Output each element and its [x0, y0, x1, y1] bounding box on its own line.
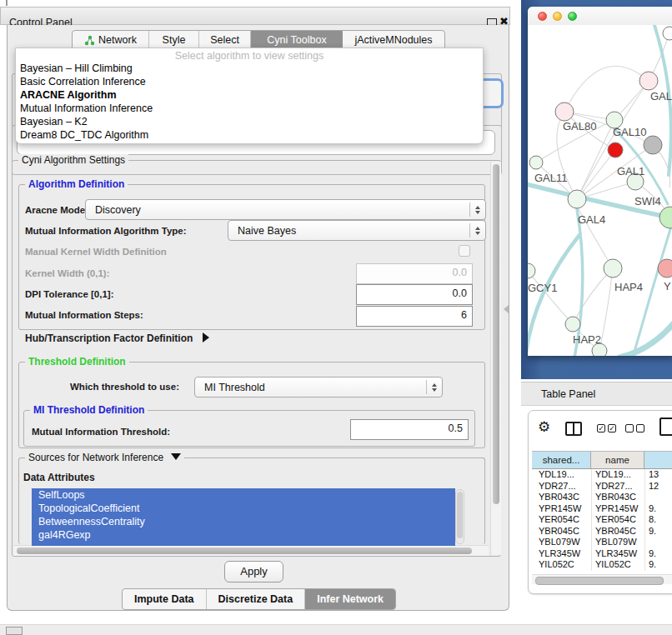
table-row[interactable]: YLR345WYLR345W9. [532, 548, 672, 560]
table-cell[interactable]: YBR045C [539, 526, 598, 538]
tab-discretize-data[interactable]: Discretize Data [207, 589, 306, 609]
scrollbar-thumb[interactable] [17, 548, 472, 554]
algorithm-item[interactable]: Mutual Information Inference [16, 102, 483, 115]
network-node-y[interactable] [658, 259, 672, 278]
table-cell[interactable]: YDL19... [539, 469, 598, 481]
network-node-hap2[interactable] [565, 317, 580, 332]
table-cell[interactable]: YBR043C [539, 492, 598, 503]
kernel-width-label: Kernel Width (0,1): [25, 268, 109, 278]
network-node-gal80[interactable] [555, 102, 574, 121]
table-row[interactable]: YBR043CYBR043C [532, 492, 672, 503]
algorithm-item[interactable]: Bayesian – K2 [16, 115, 483, 128]
column-header-name[interactable]: name [591, 452, 644, 468]
algorithm-dropdown-list: Select algorithm to view settings Bayesi… [15, 48, 484, 144]
table-cell[interactable]: YER054C [595, 514, 649, 526]
table-cell[interactable]: YBL079W [595, 537, 649, 548]
table-row[interactable]: YER054CYER054C8. [532, 514, 672, 526]
mi-algorithm-type-combo[interactable]: Naive Bayes [228, 220, 486, 241]
mi-threshold-input[interactable]: 0.5 [350, 419, 469, 440]
table-cell[interactable]: YPR145W [595, 503, 649, 515]
table-cell[interactable]: YDR27... [595, 481, 649, 492]
attribute-item[interactable]: gal4RGexp [32, 528, 455, 542]
select-all-columns-icon[interactable]: ✓ ✓ [597, 424, 616, 432]
network-node-hap4[interactable] [604, 259, 622, 278]
table-cell[interactable]: YDR27... [539, 481, 598, 492]
scrollbar-thumb[interactable] [535, 577, 664, 585]
attributes-list-scrollbar[interactable] [455, 489, 464, 544]
network-node[interactable] [644, 136, 662, 154]
attribute-item[interactable]: TopologicalCoefficient [32, 502, 455, 515]
table-row[interactable]: YIL052CYIL052C9. [532, 559, 672, 571]
table-cell[interactable]: 9. [649, 548, 672, 560]
network-node-gal[interactable] [639, 72, 658, 90]
collapse-down-icon [171, 453, 181, 460]
table-cell[interactable]: YDL19... [595, 469, 649, 481]
network-canvas[interactable]: GALGAL80GAL10GAL11GAL1GAL4SWI4GCY1HAP4YH… [528, 25, 672, 356]
table-cell[interactable]: 9. [649, 526, 672, 538]
algorithm-item[interactable]: Bayesian – Hill Climbing [16, 62, 483, 75]
minimized-panel-icon[interactable] [6, 627, 23, 635]
table-cell[interactable]: 8. [649, 514, 672, 526]
network-node-gal4[interactable] [568, 190, 586, 208]
mi-threshold-definition-title: MI Threshold Definition [30, 404, 148, 416]
column-header-shared-name[interactable]: shared... [532, 452, 591, 468]
table-cell[interactable]: 12 [649, 481, 672, 492]
table-cell[interactable]: YIL052C [539, 559, 598, 571]
table-cell[interactable]: 9. [649, 559, 672, 571]
table-cell[interactable]: YIL052C [595, 559, 649, 571]
table-cell[interactable]: YPR145W [539, 503, 598, 515]
table-cell[interactable]: 13 [649, 469, 672, 481]
table-cell[interactable] [649, 492, 672, 503]
dpi-tolerance-input[interactable]: 0.0 [356, 284, 473, 305]
table-cell[interactable]: YBR045C [595, 526, 649, 538]
hub-definition-expander[interactable]: Hub/Transcription Factor Definition [25, 332, 209, 344]
table-horizontal-scrollbar[interactable] [532, 574, 672, 584]
table-row[interactable]: YDR27...YDR27...12 [532, 481, 672, 492]
table-cell[interactable]: 9. [649, 503, 672, 515]
scrollbar-thumb[interactable] [457, 492, 463, 538]
aracne-mode-combo[interactable]: Discovery [85, 199, 486, 220]
show-columns-icon[interactable] [565, 422, 582, 436]
network-view-frame: GALGAL80GAL10GAL11GAL1GAL4SWI4GCY1HAP4YH… [521, 0, 672, 379]
attribute-item[interactable]: BetweennessCentrality [32, 515, 455, 528]
sources-group-title[interactable]: Sources for Network Inference [25, 452, 184, 463]
gear-icon[interactable]: ⚙ [538, 418, 550, 436]
table-cell[interactable]: YBL079W [539, 537, 598, 548]
close-traffic-icon[interactable] [538, 12, 547, 21]
table-row[interactable]: YPR145WYPR145W9. [532, 503, 672, 515]
table-cell[interactable]: YER054C [539, 514, 598, 526]
window-edge-fragment [6, 0, 8, 6]
network-node-gcy1[interactable] [528, 263, 535, 278]
table-cell[interactable]: YBR043C [595, 492, 649, 503]
settings-vertical-scrollbar[interactable] [490, 162, 501, 555]
table-row[interactable]: YBL079WYBL079W [532, 537, 672, 548]
table-cell[interactable]: YLR345W [595, 548, 649, 560]
tab-infer-network[interactable]: Infer Network [305, 589, 395, 609]
which-threshold-combo[interactable]: MI Threshold [194, 377, 443, 398]
attribute-item[interactable]: SelfLoops [32, 488, 455, 502]
algorithm-item[interactable]: Dream8 DC_TDC Algorithm [16, 128, 483, 142]
node-label: GCY1 [528, 282, 557, 294]
unselect-all-columns-icon[interactable] [625, 424, 644, 432]
algorithm-item[interactable]: Basic Correlation Inference [16, 75, 483, 88]
column-header-clipped[interactable] [644, 452, 672, 468]
settings-horizontal-scrollbar[interactable] [13, 545, 489, 556]
panel-splitter-arrow[interactable] [504, 305, 509, 313]
table-row[interactable]: YBR045CYBR045C9. [532, 526, 672, 538]
zoom-traffic-icon[interactable] [568, 12, 577, 21]
network-node-gal11[interactable] [529, 156, 543, 169]
scrollbar-thumb[interactable] [493, 164, 499, 504]
network-node-swi4[interactable] [659, 207, 672, 228]
network-node[interactable] [663, 27, 672, 40]
network-node[interactable] [608, 142, 623, 158]
mi-steps-input[interactable]: 6 [356, 306, 473, 327]
new-column-icon[interactable] [659, 418, 672, 436]
network-window-titlebar[interactable] [528, 7, 672, 26]
apply-button[interactable]: Apply [224, 561, 283, 582]
table-cell[interactable] [649, 537, 672, 548]
minimize-traffic-icon[interactable] [553, 12, 562, 21]
tab-impute-data[interactable]: Impute Data [123, 589, 207, 609]
table-row[interactable]: YDL19...YDL19...13 [532, 469, 672, 481]
table-cell[interactable]: YLR345W [539, 548, 598, 560]
algorithm-item[interactable]: ARACNE Algorithm [16, 88, 483, 102]
